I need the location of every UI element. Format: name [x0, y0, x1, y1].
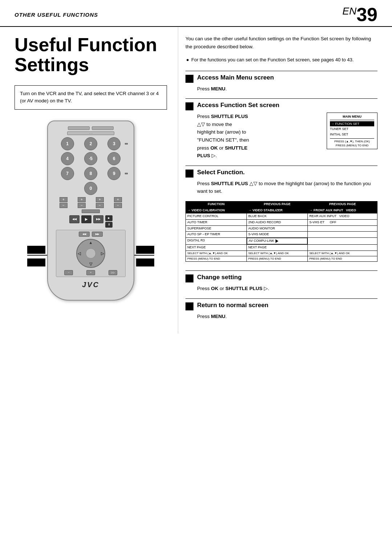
intro-box: Turn on the VCR and the TV, and select t…	[15, 85, 167, 110]
nav-down-arrow: ▽	[89, 262, 92, 266]
shuttle-area: ◀◀ ▶▶ ▲ ▽	[56, 230, 126, 277]
num-btn-6: 6	[107, 152, 121, 165]
page-container: OTHER USEFUL FUNCTIONS EN39 Useful Funct…	[0, 0, 392, 554]
pause-btn: ⏸	[105, 222, 113, 228]
step-5-bold: MENU	[211, 314, 225, 319]
cell-6-0: NEXT PAGE	[186, 244, 247, 250]
intro-paragraph: You can use the other useful function se…	[185, 35, 377, 50]
plus-btn-2: +	[78, 197, 86, 202]
shuttle-bottom-btn1: −	[64, 270, 73, 275]
pm-group-3: + −	[96, 197, 104, 208]
cell-6-2	[308, 244, 377, 250]
step-2-header: Access Function Set screen	[185, 98, 377, 110]
step-3-square	[185, 170, 193, 178]
cell-5-2	[308, 238, 377, 245]
step-4-title: Change setting	[197, 274, 242, 281]
cell-3-0: SUPERIMPOSE	[186, 225, 247, 232]
remote-control: · · · 1 2 3 4 ·5 6	[47, 121, 134, 301]
step-5-title: Return to normal screen	[197, 302, 269, 309]
num-btn-0: 0	[84, 182, 97, 195]
table-row-footer2: PRESS (MENU) TO END PRESS (MENU) TO END …	[186, 256, 377, 261]
nav-up-arrow: ▲	[89, 240, 93, 245]
page-number: EN39	[342, 5, 377, 24]
pm-group-1: + −	[60, 197, 68, 208]
nav-center	[86, 248, 96, 258]
table-row-6: NEXT PAGE NEXT PAGE	[186, 244, 377, 250]
ffwd-btn: ▶▶	[93, 215, 103, 223]
step-1-bold: MENU	[211, 86, 225, 91]
menu-screen-title: MAIN MENU	[330, 114, 374, 120]
remote-container: · · · 1 2 3 4 ·5 6	[15, 121, 167, 301]
menu-item-1: → FUNCTION SET	[330, 121, 374, 127]
footer-cell-2: SELECT WITH (▲,▼) AND OK	[247, 250, 308, 256]
shuttle-bottom-btns: − + ▷▷	[58, 270, 124, 275]
step-1-square	[185, 75, 193, 83]
step-3-header: Select Function.	[185, 166, 377, 178]
step-1-body: Press MENU.	[185, 85, 377, 93]
left-indicator-top	[27, 246, 45, 254]
page-header: OTHER USEFUL FUNCTIONS EN39	[0, 0, 392, 27]
cell-2-2: S-VHS ET OFF	[308, 220, 377, 226]
nav-circle: ▲ ▽ ◁ ▷	[76, 239, 105, 268]
cell-1-1: BLUE BACK	[247, 213, 308, 220]
right-indicator-top	[136, 246, 154, 254]
footer-cell-6: PRESS (MENU) TO END	[308, 256, 377, 261]
step-4-body: Press OK or SHUTTLE PLUS ▷.	[185, 285, 377, 293]
nav-right-arrow: ▷	[101, 251, 104, 256]
step-5-header: Return to normal screen	[185, 298, 377, 310]
left-indicator-bottom	[27, 258, 45, 266]
step-4-header: Change setting	[185, 270, 377, 282]
menu-screen-box: MAIN MENU → FUNCTION SET TUNER SET INITI…	[327, 113, 377, 149]
main-layout: Useful Function Settings Turn on the VCR…	[0, 27, 392, 334]
col-header-prev1: PREVIOUS PAGE	[247, 201, 308, 208]
play-btn: ▶	[81, 215, 91, 223]
step-4: Change setting Press OK or SHUTTLE PLUS …	[185, 270, 377, 293]
step-4-bold-2: SHUTTLE PLUS	[225, 286, 262, 291]
num-btn-1: 1	[61, 137, 74, 150]
pm-group-4: + −	[114, 197, 122, 208]
remote-top-row	[53, 126, 128, 130]
cell-0-2: → FRONT AUX INPUT VIDEO	[308, 207, 377, 213]
cell-4-0: AUTO SP→EP TIMER	[186, 232, 247, 238]
step-5-square	[185, 302, 193, 310]
cell-2-1: 2ND AUDIO RECORD	[247, 220, 308, 226]
section-label: OTHER USEFUL FUNCTIONS	[15, 12, 98, 18]
step-1-header: Access Main Menu screen	[185, 71, 377, 83]
remote-top-btn2	[92, 126, 114, 130]
minus-btn-2: −	[78, 203, 86, 208]
cell-4-2	[308, 232, 377, 238]
left-line	[27, 255, 47, 256]
step-4-bold-1: OK	[211, 286, 218, 291]
side-btn-1	[125, 143, 128, 144]
shuttle-bottom-btn2: +	[86, 270, 95, 275]
num-btn-3: 3	[107, 137, 121, 150]
side-btn-2	[125, 173, 128, 174]
plus-btn-3: +	[96, 197, 104, 202]
plus-btn-4: +	[114, 197, 122, 202]
menu-item-3: INITIAL SET	[330, 132, 374, 137]
cell-3-2	[308, 225, 377, 232]
num-btn-5: ·5	[84, 152, 97, 165]
right-line	[134, 255, 154, 256]
pm-group-2: + −	[78, 197, 86, 208]
right-column: You can use the other useful function se…	[178, 27, 392, 334]
table-row-footer1: SELECT WITH (▲,▼) AND OK SELECT WITH (▲,…	[186, 250, 377, 256]
table-row-3: SUPERIMPOSE AUDIO MONITOR	[186, 225, 377, 232]
num-btn-8: 8	[84, 167, 97, 180]
step-1-title: Access Main Menu screen	[197, 74, 274, 81]
step-2: Access Function Set screen MAIN MENU → F…	[185, 98, 377, 160]
left-column: Useful Function Settings Turn on the VCR…	[0, 27, 178, 334]
step-2-bold-3: SHUTTLEPLUS	[197, 145, 248, 159]
cell-6-1: NEXT PAGE	[247, 244, 308, 250]
shuttle-top-btns: ◀◀ ▶▶	[58, 232, 124, 237]
cell-5-0: DIGITAL R3	[186, 238, 247, 245]
nav-area: ▲ ▽ ◁ ▷	[58, 239, 124, 268]
cell-3-1: AUDIO MONITOR	[247, 225, 308, 232]
cell-0-1: → VIDEO STABILIZER	[247, 207, 308, 213]
plus-btn-1: +	[60, 197, 68, 202]
step-2-title: Access Function Set screen	[197, 102, 279, 109]
cell-1-0: PICTURE CONTROL	[186, 213, 247, 220]
right-indicator-bottom	[136, 258, 154, 266]
bullet-paragraph: For the functions you can set on the Fun…	[191, 56, 377, 64]
step-4-square	[185, 274, 193, 282]
